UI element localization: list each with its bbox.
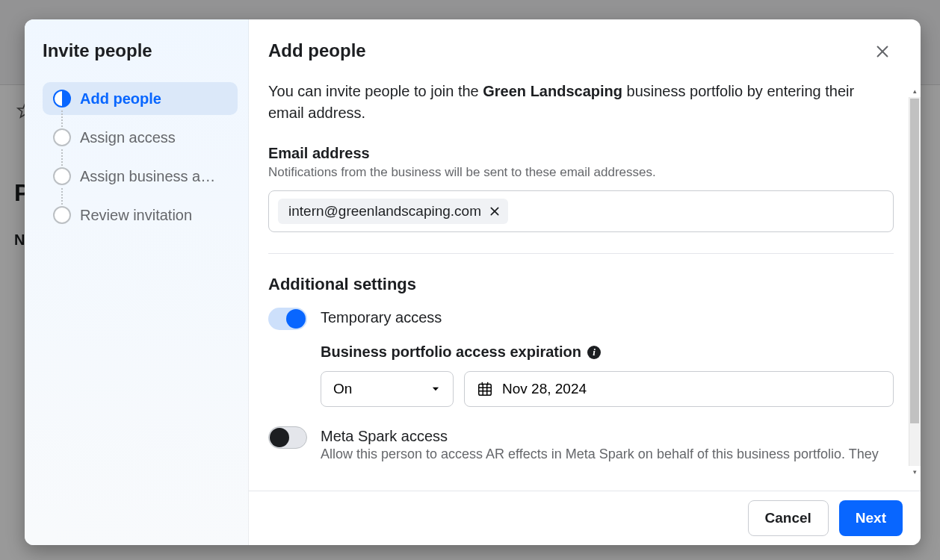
sidebar-title: Invite people bbox=[43, 40, 238, 61]
close-icon bbox=[874, 43, 891, 60]
step-assign-access[interactable]: Assign access bbox=[43, 121, 238, 154]
scrollbar-track[interactable]: ▴ ▾ bbox=[909, 97, 921, 466]
close-button[interactable] bbox=[871, 40, 894, 66]
meta-spark-label: Meta Spark access bbox=[321, 428, 894, 445]
scroll-down-arrow-icon[interactable]: ▾ bbox=[909, 466, 921, 478]
step-review-invitation[interactable]: Review invitation bbox=[43, 199, 238, 231]
main-scroll-area: Add people You can invite people to join… bbox=[249, 19, 921, 491]
temporary-access-label: Temporary access bbox=[321, 309, 894, 326]
additional-settings-title: Additional settings bbox=[268, 275, 894, 294]
toggle-knob bbox=[286, 309, 306, 329]
calendar-icon bbox=[477, 381, 493, 397]
meta-spark-toggle[interactable] bbox=[268, 426, 307, 449]
chevron-down-icon bbox=[430, 384, 441, 394]
expiration-date-input[interactable]: Nov 28, 2024 bbox=[464, 371, 894, 407]
email-input[interactable]: intern@greenlandscaping.com bbox=[268, 190, 894, 232]
step-indicator-icon bbox=[53, 206, 71, 224]
step-label: Assign access bbox=[80, 129, 176, 146]
email-label: Email address bbox=[268, 145, 894, 162]
modal-sidebar: Invite people Add people Assign access A… bbox=[25, 19, 249, 545]
main-header: Add people bbox=[268, 40, 894, 66]
setting-body: Temporary access bbox=[321, 308, 894, 326]
expiration-date-value: Nov 28, 2024 bbox=[502, 381, 587, 397]
temporary-access-row: Temporary access bbox=[268, 308, 894, 330]
next-button[interactable]: Next bbox=[839, 500, 903, 536]
email-sublabel: Notifications from the business will be … bbox=[268, 165, 894, 180]
step-indicator-icon bbox=[53, 90, 71, 108]
cancel-button[interactable]: Cancel bbox=[748, 500, 829, 536]
step-indicator-icon bbox=[53, 167, 71, 185]
step-indicator-icon bbox=[53, 128, 71, 146]
divider bbox=[268, 253, 894, 254]
step-label: Add people bbox=[80, 90, 161, 108]
info-icon[interactable]: i bbox=[587, 346, 601, 359]
business-name: Green Landscaping bbox=[483, 83, 622, 99]
invite-people-modal: Invite people Add people Assign access A… bbox=[25, 19, 921, 545]
expiration-title: Business portfolio access expiration bbox=[321, 343, 581, 361]
scroll-up-arrow-icon[interactable]: ▴ bbox=[909, 85, 921, 97]
close-icon bbox=[489, 205, 501, 217]
email-chip: intern@greenlandscaping.com bbox=[278, 199, 508, 224]
toggle-knob bbox=[270, 428, 289, 447]
meta-spark-row: Meta Spark access Allow this person to a… bbox=[268, 426, 894, 464]
email-chip-value: intern@greenlandscaping.com bbox=[288, 203, 481, 220]
modal-main: Add people You can invite people to join… bbox=[249, 19, 921, 545]
expiration-mode-value: On bbox=[333, 381, 352, 397]
step-label: Review invitation bbox=[80, 207, 192, 224]
step-assign-business[interactable]: Assign business a… bbox=[43, 160, 238, 193]
main-description: You can invite people to join the Green … bbox=[268, 81, 894, 124]
modal-footer: Cancel Next bbox=[249, 491, 921, 545]
step-add-people[interactable]: Add people bbox=[43, 82, 238, 115]
step-list: Add people Assign access Assign business… bbox=[43, 82, 238, 231]
expiration-controls: On Nov 28, 2024 bbox=[321, 371, 894, 407]
scrollbar-thumb[interactable] bbox=[910, 99, 919, 423]
svg-rect-5 bbox=[479, 385, 492, 396]
remove-chip-button[interactable] bbox=[489, 205, 501, 217]
setting-body: Meta Spark access Allow this person to a… bbox=[321, 426, 894, 464]
main-title: Add people bbox=[268, 40, 366, 61]
meta-spark-description: Allow this person to access AR effects i… bbox=[321, 445, 894, 464]
expiration-block: Business portfolio access expiration i O… bbox=[321, 343, 894, 407]
expiration-mode-select[interactable]: On bbox=[321, 371, 454, 407]
expiration-title-row: Business portfolio access expiration i bbox=[321, 343, 894, 361]
step-label: Assign business a… bbox=[80, 168, 215, 185]
temporary-access-toggle[interactable] bbox=[268, 308, 307, 330]
